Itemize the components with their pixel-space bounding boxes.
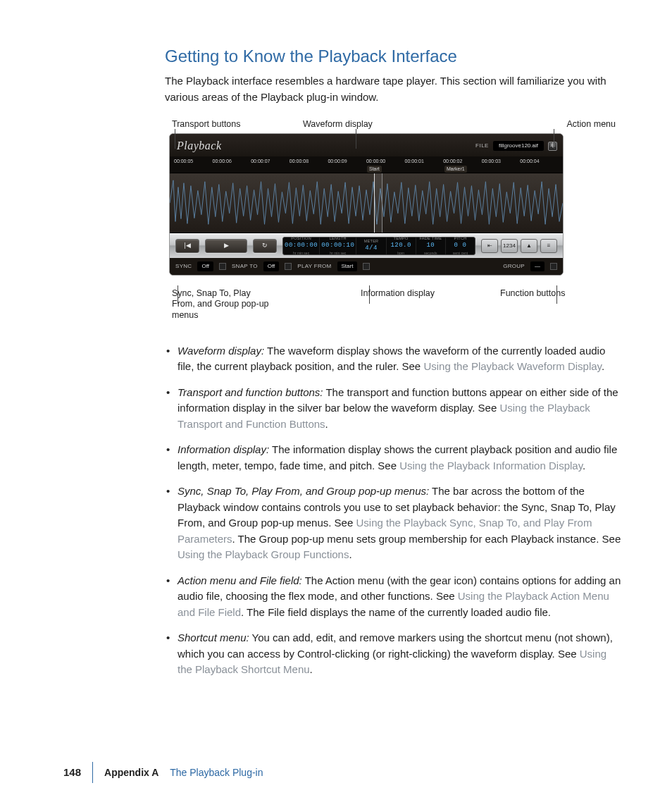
list-item: Sync, Snap To, Play From, and Group pop-… — [165, 483, 623, 563]
information-display: POSITION 00:00:00 hr min sec LENGTH 00:0… — [282, 237, 475, 255]
sync-popup[interactable]: Off — [197, 261, 213, 271]
link-waveform-display[interactable]: Using the Playback Waveform Display — [423, 360, 602, 372]
info-fade[interactable]: FADE TIME 10 seconds — [416, 238, 446, 254]
cycle-button[interactable]: ↻ — [253, 239, 277, 253]
sync-label: SYNC — [175, 262, 192, 271]
prev-button[interactable]: |◀ — [175, 239, 199, 253]
ruler-tick: 00:00:01 — [405, 158, 444, 166]
info-tempo[interactable]: TEMPO 120.0 bpm — [387, 238, 416, 254]
playfrom-label: PLAY FROM — [297, 262, 331, 271]
ruler: 00:00:05 00:00:06 00:00:07 00:00:08 00:0… — [170, 156, 563, 166]
snap-selector-icon[interactable] — [285, 263, 292, 270]
snap-label: SNAP TO — [232, 262, 258, 271]
plugin-logo: Playback — [177, 137, 222, 154]
func-button-1[interactable]: ⇤ — [481, 239, 498, 253]
func-button-4[interactable]: ≡ — [540, 239, 557, 253]
info-meter[interactable]: METER 4/4 — [356, 238, 386, 254]
waveform-display[interactable] — [170, 173, 563, 233]
section-heading: Getting to Know the Playback Interface — [165, 44, 623, 69]
list-item: Shortcut menu: You can add, edit, and re… — [165, 630, 623, 678]
playfrom-popup[interactable]: Start — [337, 261, 358, 271]
playback-figure: Transport buttons Waveform display Actio… — [169, 118, 623, 326]
callout-action: Action menu — [567, 118, 616, 131]
ruler-tick: 00:00:04 — [520, 158, 559, 166]
marker-start[interactable]: Start — [367, 166, 382, 173]
group-selector-icon[interactable] — [550, 263, 557, 270]
snap-popup[interactable]: Off — [263, 261, 280, 271]
link-group-functions[interactable]: Using the Playback Group Functions — [178, 548, 349, 560]
info-pitch[interactable]: PITCH 0 0 semi cent — [446, 238, 475, 254]
feature-list: Waveform display: The waveform display s… — [165, 343, 623, 678]
group-label: GROUP — [503, 262, 525, 271]
info-position[interactable]: POSITION 00:00:00 hr min sec — [283, 238, 320, 254]
list-item: Action menu and File field: The Action m… — [165, 573, 623, 621]
ruler-tick: 00:00:05 — [174, 158, 213, 166]
ruler-tick: 00:00:07 — [251, 158, 290, 166]
ruler-tick: 00:00:02 — [443, 158, 482, 166]
func-button-2[interactable]: 1234 — [501, 239, 518, 253]
footer-divider — [92, 762, 93, 783]
callout-waveform: Waveform display — [303, 118, 373, 131]
ruler-tick: 00:00:03 — [482, 158, 521, 166]
marker-1[interactable]: Marker1 — [444, 166, 467, 173]
callout-transport: Transport buttons — [172, 118, 241, 131]
list-item: Waveform display: The waveform display s… — [165, 343, 623, 375]
ruler-tick: 00:00:08 — [290, 158, 328, 166]
playfrom-selector-icon[interactable] — [363, 263, 370, 270]
list-item: Transport and function buttons: The tran… — [165, 385, 623, 433]
ruler-tick: 00:00:09 — [328, 158, 366, 166]
playhead[interactable] — [374, 173, 382, 233]
intro-paragraph: The Playback interface resembles a hardw… — [165, 73, 623, 105]
info-length[interactable]: LENGTH 00:00:10 hr min sec — [320, 238, 356, 254]
appendix-label: Appendix A — [104, 767, 158, 778]
file-label: FILE — [475, 142, 489, 150]
page-footer: 148 Appendix A The Playback Plug-in — [63, 762, 263, 783]
play-button[interactable]: ▶ — [205, 239, 247, 253]
page-number: 148 — [63, 765, 81, 781]
callout-info: Information display — [361, 288, 435, 300]
group-popup[interactable]: — — [530, 261, 545, 271]
func-button-3[interactable]: ▲ — [521, 239, 537, 253]
ruler-tick: 00:00:00 — [366, 158, 405, 166]
sync-selector-icon[interactable] — [219, 263, 226, 270]
link-info-display[interactable]: Using the Playback Information Display — [399, 460, 583, 472]
ruler-tick: 00:00:06 — [213, 158, 251, 166]
gear-icon[interactable]: ✻ — [548, 142, 557, 151]
list-item: Information display: The information dis… — [165, 442, 623, 474]
callout-popups: Sync, Snap To, Play From, and Group pop-… — [172, 288, 270, 321]
file-field[interactable]: fillgroove120.aif — [493, 141, 544, 151]
callout-funcs: Function buttons — [500, 288, 565, 300]
appendix-title: The Playback Plug-in — [170, 767, 263, 778]
